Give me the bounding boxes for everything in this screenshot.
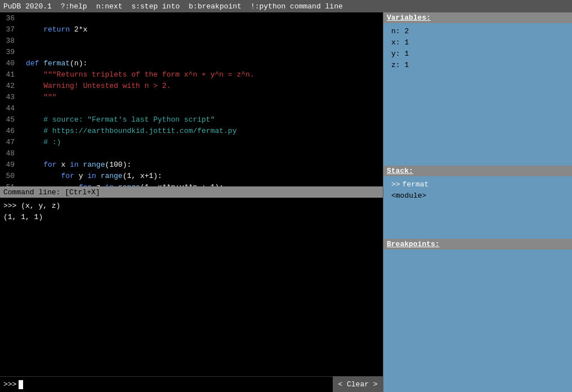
breakpoints-title-rest: reakpoints:: [391, 240, 440, 248]
breakpoints-underline: B: [387, 240, 391, 248]
code-line-45: 45 # source: "Fermat's last Python scrip…: [0, 114, 383, 125]
cursor: [19, 380, 23, 389]
code-line-49: 49 for x in range(100):: [0, 159, 383, 170]
variables-body: n: 2 x: 1 y: 1 z: 1: [383, 23, 572, 166]
breakpoints-header: Breakpoints:: [383, 239, 572, 250]
bottom-bar: >>> < Clear >: [0, 376, 383, 392]
code-line-40: 40 def fermat(n):: [0, 57, 383, 69]
variables-underline: V: [387, 14, 391, 22]
code-line-43: 43 """: [0, 91, 383, 103]
code-line-39: 39: [0, 46, 383, 57]
var-n: n: 2: [388, 25, 567, 37]
repl-prompt-arrow: >>>: [3, 380, 16, 389]
menu-python[interactable]: !:python command line: [251, 2, 343, 11]
stack-header: Stack:: [383, 166, 572, 176]
main-layout: 36 37 return 2*x 38 39: [0, 12, 572, 392]
repl-line-1: >>> (x, y, z): [3, 200, 379, 211]
variables-title-rest: ariables:: [391, 14, 431, 22]
code-line-37: 37 return 2*x: [0, 24, 383, 35]
stack-fermat-label: fermat: [403, 180, 429, 189]
stack-item-fermat[interactable]: >> fermat: [388, 179, 567, 190]
var-z: z: 1: [388, 59, 567, 70]
stack-title-rest: tack:: [391, 167, 413, 175]
stack-module-label: <module>: [391, 191, 426, 200]
code-line-47: 47 # :): [0, 136, 383, 148]
code-line-38: 38: [0, 35, 383, 46]
breakpoints-section: Breakpoints:: [383, 239, 572, 392]
var-x: x: 1: [388, 37, 567, 48]
menu-help[interactable]: ?:help: [61, 2, 87, 11]
code-line-46: 46 # https://earthboundkid.jottit.com/fe…: [0, 125, 383, 136]
menu-step[interactable]: s:step into: [131, 2, 180, 11]
stack-body: >> fermat <module>: [383, 176, 572, 239]
code-line-44: 44: [0, 103, 383, 114]
code-line-42: 42 Warning! Untested with n > 2.: [0, 80, 383, 91]
command-bar: Command line: [Ctrl+X]: [0, 186, 383, 198]
app-title: PuDB 2020.1: [3, 2, 52, 11]
code-line-36: 36: [0, 12, 383, 24]
code-line-51: 51 for z in range(1, x**n+y**n + 1):: [0, 181, 383, 186]
menu-next[interactable]: n:next: [96, 2, 123, 11]
line-arrow: [18, 14, 26, 23]
code-line-48: 48: [0, 148, 383, 159]
code-panel-wrapper: 36 37 return 2*x 38 39: [0, 12, 383, 392]
var-y: y: 1: [388, 48, 567, 59]
stack-section: Stack: >> fermat <module>: [383, 166, 572, 239]
line-num: 36: [0, 14, 18, 23]
stack-underline: S: [387, 167, 391, 175]
command-bar-label: Command line: [Ctrl+X]: [3, 188, 100, 197]
code-line-41: 41 """Returns triplets of the form x^n +…: [0, 69, 383, 80]
breakpoints-body: [383, 250, 572, 392]
variables-header: Variables:: [383, 12, 572, 23]
clear-button[interactable]: < Clear >: [333, 376, 383, 392]
menu-bar: PuDB 2020.1 ?:help n:next s:step into b:…: [0, 0, 572, 12]
menu-breakpoint[interactable]: b:breakpoint: [189, 2, 242, 11]
variables-section: Variables: n: 2 x: 1 y: 1 z: 1: [383, 12, 572, 166]
code-area: 36 37 return 2*x 38 39: [0, 12, 383, 186]
repl-area[interactable]: >>> (x, y, z) (1, 1, 1): [0, 198, 383, 376]
code-line-50: 50 for y in range(1, x+1):: [0, 170, 383, 181]
right-panel: Variables: n: 2 x: 1 y: 1 z: 1 Stack: >>…: [383, 12, 572, 392]
clear-button-label: < Clear >: [338, 380, 377, 389]
repl-line-2: (1, 1, 1): [3, 211, 379, 222]
stack-item-module[interactable]: <module>: [388, 190, 567, 201]
